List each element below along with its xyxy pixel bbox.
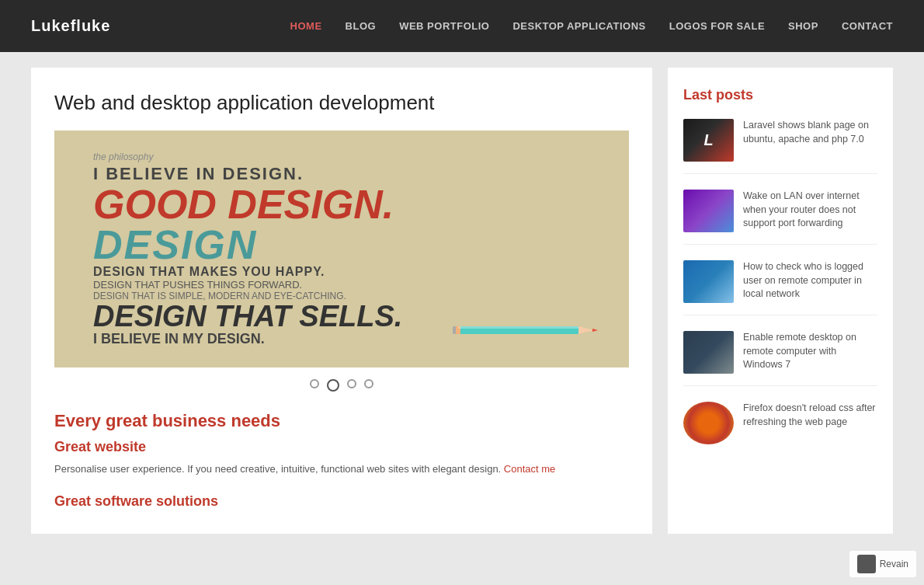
list-item: Wake on LAN over internet when your rout… — [683, 190, 877, 245]
sub-heading-1: Great website — [54, 439, 629, 455]
post-thumbnail-4 — [683, 331, 734, 374]
remote-thumb — [683, 331, 734, 374]
post-title-2[interactable]: Wake on LAN over internet when your rout… — [743, 190, 877, 231]
nav-item-desktop-apps[interactable]: DESKTOP APPLICATIONS — [512, 20, 645, 32]
slide-line7: DESIGN THAT SELLS. — [93, 301, 402, 331]
page-title: Web and desktop application development — [54, 91, 629, 115]
site-logo[interactable]: Lukefluke — [31, 17, 110, 35]
post-info-5: Firefox doesn't reload css after refresh… — [743, 402, 877, 429]
post-thumbnail-2 — [683, 190, 734, 232]
nav-item-blog[interactable]: BLOG — [346, 20, 377, 32]
post-title-3[interactable]: How to check who is logged user on remot… — [743, 260, 877, 301]
list-item: Enable remote desktop on remote computer… — [683, 331, 877, 386]
nav-item-logos[interactable]: LOGOS FOR SALE — [669, 20, 765, 32]
nav-item-home[interactable]: HOME — [290, 20, 322, 32]
post-title-4[interactable]: Enable remote desktop on remote computer… — [743, 331, 877, 372]
post-info-4: Enable remote desktop on remote computer… — [743, 331, 877, 372]
slide-line2: GOOD DESIGN. — [93, 184, 402, 225]
svg-marker-2 — [592, 329, 598, 332]
slideshow[interactable]: the philosophy I BELIEVE IN DESIGN. GOOD… — [54, 131, 629, 367]
main-nav: HOME BLOG WEB PORTFOLIO DESKTOP APPLICAT… — [290, 20, 893, 32]
list-item: Laravel shows blank page on ubuntu, apac… — [683, 119, 877, 174]
laravel-thumb — [683, 119, 734, 162]
wol-thumb — [683, 190, 734, 232]
list-item: How to check who is logged user on remot… — [683, 260, 877, 315]
slide-dot-3[interactable] — [347, 379, 356, 388]
slide-line5: DESIGN THAT PUSHES THINGS FORWARD. — [93, 279, 402, 291]
section-heading: Every great business needs — [54, 411, 629, 431]
slide-dots — [54, 379, 629, 392]
list-item: Firefox doesn't reload css after refresh… — [683, 402, 877, 456]
slide-line4: DESIGN THAT MAKES YOU HAPPY. — [93, 265, 402, 279]
slide-text-block: the philosophy I BELIEVE IN DESIGN. GOOD… — [93, 151, 402, 347]
slide-visual: the philosophy I BELIEVE IN DESIGN. GOOD… — [54, 131, 629, 367]
slide-philosophy: the philosophy — [93, 151, 402, 162]
pencil-decoration — [450, 322, 606, 340]
post-info-3: How to check who is logged user on remot… — [743, 260, 877, 301]
nav-item-web-portfolio[interactable]: WEB PORTFOLIO — [399, 20, 489, 32]
nav-item-shop[interactable]: SHOP — [788, 20, 818, 32]
content-wrapper: Web and desktop application development … — [0, 52, 924, 549]
header: Lukefluke HOME BLOG WEB PORTFOLIO DESKTO… — [0, 0, 924, 52]
sidebar: Last posts Laravel shows blank page on u… — [668, 68, 893, 534]
slide-line8: I BELIEVE IN MY DESIGN. — [93, 331, 402, 347]
post-title-5[interactable]: Firefox doesn't reload css after refresh… — [743, 402, 877, 429]
post-info-2: Wake on LAN over internet when your rout… — [743, 190, 877, 231]
contact-link[interactable]: Contact me — [504, 463, 555, 475]
svg-rect-5 — [458, 326, 578, 329]
slide-line3: DESIGN — [93, 225, 402, 265]
post-thumbnail-3 — [683, 260, 734, 303]
post-info-1: Laravel shows blank page on ubuntu, apac… — [743, 119, 877, 146]
svg-marker-1 — [578, 326, 594, 334]
slide-line1: I BELIEVE IN DESIGN. — [93, 164, 402, 184]
slide-dot-4[interactable] — [364, 379, 373, 388]
sub-heading-2: Great software solutions — [54, 493, 629, 510]
post-thumbnail-1 — [683, 119, 734, 162]
slide-dot-2[interactable] — [327, 379, 339, 392]
main-panel: Web and desktop application development … — [31, 68, 652, 534]
post-title-1[interactable]: Laravel shows blank page on ubuntu, apac… — [743, 119, 877, 146]
body-text-content: Personalise user experience. If you need… — [54, 463, 501, 475]
sidebar-title: Last posts — [683, 87, 877, 103]
pencil-icon — [450, 322, 606, 338]
computer-thumb — [683, 260, 734, 303]
post-thumbnail-5 — [683, 402, 734, 444]
slide-dot-1[interactable] — [310, 379, 319, 388]
body-paragraph: Personalise user experience. If you need… — [54, 461, 629, 478]
firefox-thumb — [683, 402, 734, 444]
svg-rect-4 — [453, 326, 456, 334]
nav-item-contact[interactable]: CONTACT — [842, 20, 893, 32]
